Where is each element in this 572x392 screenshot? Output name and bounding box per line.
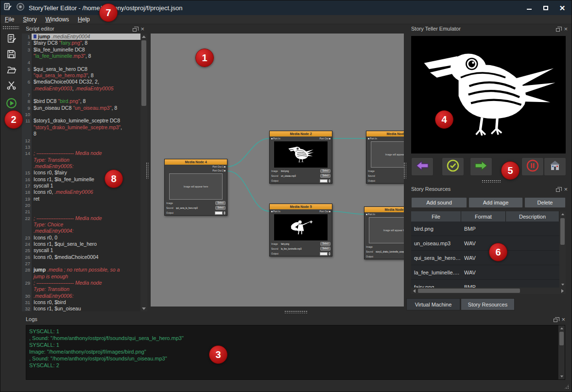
column-header-file[interactable]: File <box>411 211 461 222</box>
node-image-preview: Image will appear here <box>169 173 223 200</box>
splitter-handle[interactable] <box>284 310 308 313</box>
open-button[interactable] <box>4 64 18 77</box>
cut-button[interactable] <box>4 79 18 93</box>
save-button[interactable] <box>4 48 18 62</box>
editor-row: 12 <box>22 137 140 144</box>
new-script-button[interactable] <box>4 33 18 46</box>
float-panel-icon[interactable] <box>556 188 560 192</box>
app-logo-icon <box>16 2 25 13</box>
node-canvas[interactable]: Media Node 4Port Out 1Port Out 2Image wi… <box>151 34 404 307</box>
media-node[interactable]: Media Node 4Port Out 1Port Out 2Image wi… <box>164 159 227 216</box>
minimize-button[interactable] <box>523 2 536 13</box>
add-image-button[interactable]: Add image <box>468 197 523 208</box>
editor-row: 6$mediaChoice0004 DC32, 2, <box>22 79 140 85</box>
annotation-badge-1: 1 <box>195 49 214 67</box>
menu-windows[interactable]: Windows <box>41 15 73 24</box>
node-sound-select-button[interactable]: Select <box>215 206 225 210</box>
save-icon <box>6 49 17 61</box>
input-port[interactable]: Port In <box>271 209 280 213</box>
input-port[interactable]: Port In <box>367 136 377 140</box>
float-panel-icon[interactable] <box>133 28 137 32</box>
float-panel-icon[interactable] <box>556 28 560 32</box>
node-sound-select-button[interactable]: Select <box>320 174 330 178</box>
node-output-spinner[interactable] <box>215 211 225 215</box>
menu-help[interactable]: Help <box>73 15 94 24</box>
close-panel-icon[interactable]: × <box>564 26 568 32</box>
resource-row[interactable]: fairy.pngBMP <box>411 280 566 288</box>
splitter-handle[interactable] <box>482 180 501 183</box>
column-header-description[interactable]: Description <box>506 211 559 222</box>
menu-story[interactable]: Story <box>18 15 41 24</box>
delete-button[interactable]: Delete <box>524 197 566 208</box>
editor-row: 23Icons r0, 0 <box>22 235 140 241</box>
node-output-spinner[interactable] <box>320 252 330 256</box>
annotation-badge-8: 8 <box>104 170 123 188</box>
run-play-icon <box>6 98 17 111</box>
media-node[interactable]: Media Node 3Port InImage will appear her… <box>364 206 404 259</box>
splitter-handle[interactable] <box>146 162 149 179</box>
resource-row[interactable]: la_fee_luminelle.mp3WAV <box>411 265 566 280</box>
input-port[interactable]: Port In <box>271 136 280 140</box>
editor-row: .mediaEntry0003, .mediaEntry0005 <box>22 85 140 92</box>
node-sound-value: story1_drako_luminelle_sceptre.mp3 <box>376 251 404 253</box>
menu-file[interactable]: File <box>0 15 18 24</box>
close-panel-icon[interactable]: × <box>561 317 565 323</box>
annotation-badge-2: 2 <box>4 110 23 129</box>
emulator-previous-button[interactable] <box>411 157 433 176</box>
editor-row: 25syscall 1 <box>22 247 140 254</box>
input-port[interactable]: Port In <box>365 212 375 216</box>
output-port[interactable]: Port Out <box>319 209 331 213</box>
node-image-select-button[interactable]: Select <box>320 242 330 246</box>
resize-grip[interactable] <box>563 383 570 390</box>
new-script-icon <box>6 34 17 46</box>
editor-row: 11$story1_drako_luminelle_sceptre DC8 <box>22 118 140 124</box>
resource-row[interactable]: un_oiseau.mp3WAV <box>411 236 566 251</box>
output-port[interactable]: Port Out 2 <box>212 169 226 172</box>
media-node[interactable]: Media Node 2Port InPort OutImagebird.png… <box>269 131 332 184</box>
editor-row: "story1_drako_luminelle_sceptre.mp3", <box>22 124 140 131</box>
editor-row: 28jump .media ; no return possible, so a <box>22 267 140 273</box>
emulator-next-button[interactable] <box>470 157 492 176</box>
output-port[interactable]: Port Out <box>319 136 331 140</box>
node-title: Media Node 5 <box>270 204 332 209</box>
splitter-handle[interactable] <box>403 162 406 179</box>
node-output-spinner[interactable] <box>320 179 330 183</box>
resource-row[interactable]: bird.pngBMP <box>411 222 566 236</box>
editor-row: 21 <box>22 208 140 215</box>
editor-row: 10 <box>22 111 140 118</box>
resources-table-hscrollbar[interactable] <box>411 288 566 294</box>
add-sound-button[interactable]: Add sound <box>411 197 467 208</box>
node-image-select-button[interactable]: Select <box>215 201 225 205</box>
column-header-format[interactable]: Format <box>461 211 506 222</box>
media-node[interactable]: Media Node 6Port InImage will appear her… <box>366 131 404 184</box>
node-sound-select-button[interactable]: Select <box>320 247 330 251</box>
editor-row: 26Icons r0, $mediaChoice0004 <box>22 254 140 260</box>
emulator-home-button[interactable] <box>544 157 566 176</box>
editor-row: 7 <box>22 92 140 98</box>
resources-table-vscrollbar[interactable] <box>559 211 566 288</box>
node-image-select-button[interactable]: Select <box>320 169 330 173</box>
maximize-button[interactable] <box>539 2 552 13</box>
editor-row: jump is enough <box>22 273 140 280</box>
close-panel-icon[interactable]: × <box>564 187 568 192</box>
float-panel-icon[interactable] <box>554 319 557 322</box>
run-button[interactable] <box>4 97 18 111</box>
log-line: SYSCALL: 1 <box>29 328 565 335</box>
editor-row: 5$qui_sera_le_hero DC8 <box>22 66 140 72</box>
resource-row[interactable]: qui_sera_le_hero.mp3WAV <box>411 251 566 265</box>
close-panel-icon[interactable]: × <box>140 26 144 32</box>
logs-scrollbar[interactable] <box>558 325 565 379</box>
left-toolbar <box>0 24 22 382</box>
editor-row: Type: Transition <box>22 286 140 292</box>
script-editor-code[interactable]: 1jump .mediaEntry00042$fairy DC8 "fairy.… <box>22 34 140 311</box>
tab-virtual-machine[interactable]: Virtual Machine <box>406 298 460 310</box>
output-port[interactable]: Port Out 1 <box>212 165 226 169</box>
emulator-pause-button[interactable] <box>521 157 544 176</box>
media-node[interactable]: Media Node 5Port InPort OutImagefairy.pn… <box>269 204 332 256</box>
emulator-ok-button[interactable] <box>442 157 464 176</box>
tab-story-resources[interactable]: Story Resources <box>461 298 515 310</box>
editor-row: Type: Choice <box>22 222 140 228</box>
close-button[interactable]: ✕ <box>556 2 569 13</box>
toolbar-drag-handle[interactable] <box>2 26 19 29</box>
log-line: Image: "/home/anthony/ostproj/f/images/b… <box>29 348 565 355</box>
